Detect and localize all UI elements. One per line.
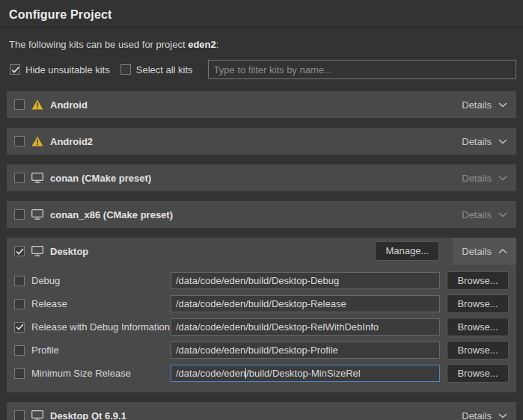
kit-checkbox[interactable] xyxy=(14,209,25,220)
chevron-down-icon xyxy=(498,413,507,419)
details-toggle-disabled: Details xyxy=(453,201,516,228)
kits-help-prefix: The following kits can be used for proje… xyxy=(9,39,188,50)
path-text-before-cursor: /data/code/eden xyxy=(176,368,245,379)
release-path-input[interactable]: /data/code/eden/build/Desktop-Release xyxy=(171,295,440,312)
kit-name: Android2 xyxy=(50,136,93,147)
config-row-release: Release /data/code/eden/build/Desktop-Re… xyxy=(14,292,509,315)
kits-help-suffix: : xyxy=(216,39,219,50)
details-label: Details xyxy=(462,99,492,111)
hide-unsuitable-kits-label: Hide unsuitable kits xyxy=(25,64,110,75)
kit-checkbox[interactable] xyxy=(14,136,25,146)
config-checkbox[interactable] xyxy=(14,368,25,379)
kit-header-desktop[interactable]: Desktop Manage... Details xyxy=(7,238,516,265)
config-checkbox[interactable] xyxy=(14,276,25,286)
relwithdebinfo-path-input[interactable]: /data/code/eden/build/Desktop-RelWithDeb… xyxy=(171,318,440,336)
details-label: Details xyxy=(462,136,492,147)
warning-icon xyxy=(31,136,43,146)
check-icon xyxy=(11,67,19,73)
debug-path-input[interactable]: /data/code/eden/build/Desktop-Debug xyxy=(171,272,440,289)
kit-list: Android Details Android2 Details conan (… xyxy=(7,91,516,420)
select-all-kits-checkbox[interactable] xyxy=(120,64,131,75)
config-label: Debug xyxy=(31,275,171,286)
path-text: /data/code/eden/build/Desktop-Debug xyxy=(176,275,339,286)
details-label: Details xyxy=(462,173,492,184)
details-toggle[interactable]: Details xyxy=(453,238,516,265)
kit-checkbox[interactable] xyxy=(14,410,25,420)
title-separator xyxy=(0,27,523,28)
manage-kits-button[interactable]: Manage... xyxy=(375,241,439,261)
profile-path-input[interactable]: /data/code/eden/build/Desktop-Profile xyxy=(171,342,440,359)
check-icon xyxy=(16,248,24,255)
chevron-down-icon xyxy=(498,102,507,108)
chevron-down-icon xyxy=(498,139,507,144)
chevron-up-icon xyxy=(498,249,507,254)
minsizerel-path-input[interactable]: /data/code/eden/build/Desktop-MinSizeRel xyxy=(171,365,440,382)
config-row-profile: Profile /data/code/eden/build/Desktop-Pr… xyxy=(14,339,509,362)
path-text: /data/code/eden/build/Desktop-Release xyxy=(176,298,346,309)
kit-panel-desktop: Desktop Manage... Details Debug /data/co… xyxy=(7,238,516,392)
browse-button[interactable]: Browse... xyxy=(447,271,509,291)
kit-checkbox[interactable] xyxy=(14,99,25,110)
path-text-after-cursor: /build/Desktop-MinSizeRel xyxy=(246,368,360,379)
hide-unsuitable-kits-checkbox-group[interactable]: Hide unsuitable kits xyxy=(10,64,110,75)
kit-filter-input[interactable] xyxy=(208,60,516,79)
kit-row-conan-x86: conan_x86 (CMake preset) Details xyxy=(7,201,516,228)
kits-help-text: The following kits can be used for proje… xyxy=(9,39,514,50)
config-label: Minimum Size Release xyxy=(31,368,171,379)
desktop-icon xyxy=(31,246,43,256)
page-title: Configure Project xyxy=(0,0,523,22)
desktop-icon xyxy=(31,209,43,220)
kit-row-desktop-qt: Desktop Qt 6.9.1 Details xyxy=(7,402,516,420)
check-icon xyxy=(16,324,24,330)
config-label: Profile xyxy=(31,345,171,356)
details-toggle[interactable]: Details xyxy=(453,402,516,420)
path-text: /data/code/eden/build/Desktop-Profile xyxy=(176,345,338,356)
kit-name: Android xyxy=(50,99,88,111)
details-label: Details xyxy=(462,410,492,420)
desktop-build-configs: Debug /data/code/eden/build/Desktop-Debu… xyxy=(7,265,516,392)
hide-unsuitable-kits-checkbox[interactable] xyxy=(10,64,20,75)
kit-header-conan[interactable]: conan (CMake preset) Details xyxy=(7,164,516,191)
browse-button[interactable]: Browse... xyxy=(447,294,509,314)
path-text: /data/code/eden/build/Desktop-RelWithDeb… xyxy=(176,321,379,333)
chevron-down-icon xyxy=(498,212,507,217)
desktop-icon xyxy=(31,173,43,183)
warning-icon xyxy=(31,99,43,110)
kit-row-android2: Android2 Details xyxy=(7,128,516,155)
config-checkbox[interactable] xyxy=(14,299,25,309)
project-name: eden2 xyxy=(188,39,216,50)
config-label: Release xyxy=(31,298,171,309)
kit-checkbox[interactable] xyxy=(14,173,25,183)
chevron-down-icon xyxy=(498,176,507,181)
desktop-icon xyxy=(31,410,43,420)
kit-header-desktop-qt[interactable]: Desktop Qt 6.9.1 Details xyxy=(7,402,516,420)
kit-name: Desktop Qt 6.9.1 xyxy=(50,410,126,420)
kit-name: Desktop xyxy=(50,246,88,257)
config-row-minsizerel: Minimum Size Release /data/code/eden/bui… xyxy=(14,362,509,385)
kit-header-android2[interactable]: Android2 Details xyxy=(7,128,516,155)
kit-name: conan_x86 (CMake preset) xyxy=(50,209,173,220)
kit-row-android: Android Details xyxy=(7,91,516,118)
config-checkbox[interactable] xyxy=(14,322,25,333)
filter-row: Hide unsuitable kits Select all kits xyxy=(10,60,516,79)
details-toggle[interactable]: Details xyxy=(453,91,516,118)
config-row-relwithdebinfo: Release with Debug Information /data/cod… xyxy=(14,315,509,339)
kit-checkbox[interactable] xyxy=(14,246,25,256)
browse-button[interactable]: Browse... xyxy=(447,318,509,337)
select-all-kits-label: Select all kits xyxy=(136,64,193,75)
details-toggle-disabled: Details xyxy=(453,164,516,191)
details-toggle[interactable]: Details xyxy=(453,128,516,155)
browse-button[interactable]: Browse... xyxy=(447,364,509,383)
details-label: Details xyxy=(462,246,492,257)
kit-row-conan: conan (CMake preset) Details xyxy=(7,164,516,191)
kit-header-conan-x86[interactable]: conan_x86 (CMake preset) Details xyxy=(7,201,516,228)
kit-name: conan (CMake preset) xyxy=(50,173,151,184)
browse-button[interactable]: Browse... xyxy=(447,341,509,360)
details-label: Details xyxy=(462,209,492,220)
config-label: Release with Debug Information xyxy=(31,321,171,333)
kit-header-android[interactable]: Android Details xyxy=(7,91,516,118)
select-all-kits-checkbox-group[interactable]: Select all kits xyxy=(120,64,193,75)
config-checkbox[interactable] xyxy=(14,345,25,356)
config-row-debug: Debug /data/code/eden/build/Desktop-Debu… xyxy=(14,269,509,292)
